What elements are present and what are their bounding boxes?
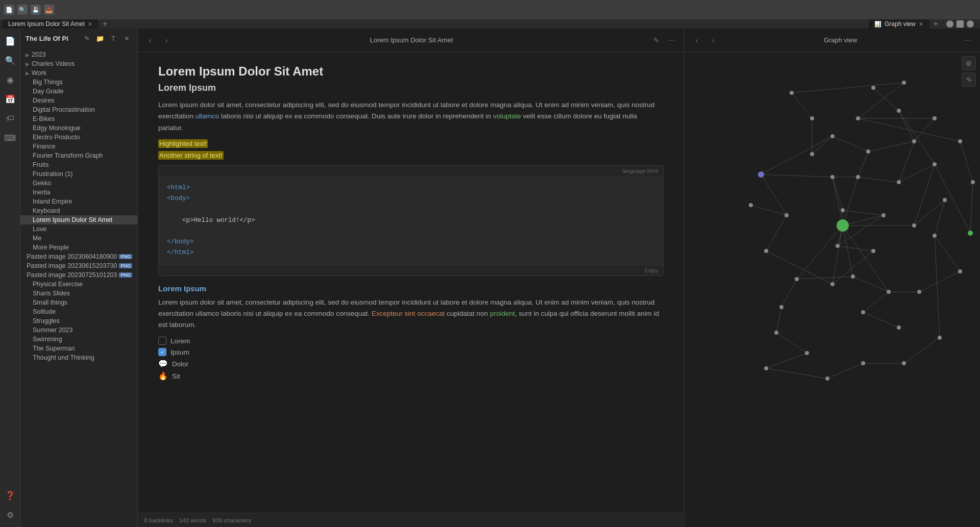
graph-edit-button[interactable]: ✎ (962, 72, 976, 87)
tree-item-label: Keyboard (33, 207, 60, 214)
tree-item-label: Pasted image 20230604180900 (27, 253, 117, 260)
note-footer: 0 backlinks 142 words 939 characters (138, 513, 684, 527)
tree-item-label: Big Things (33, 79, 63, 86)
note-more-button[interactable]: ⋯ (666, 34, 678, 46)
svg-line-1 (868, 141, 914, 152)
tree-item-frustration-(1)[interactable]: Frustration (1) (20, 169, 137, 179)
tree-item-label: Fourier Transform Graph (33, 152, 103, 159)
icon-sidebar-bottom: ❓ ⚙ (2, 487, 18, 523)
code-copy-button[interactable]: Copy (159, 265, 663, 275)
tab-graph-close[interactable]: ✕ (919, 21, 923, 28)
tab-add-right[interactable]: + (929, 19, 942, 29)
note-back-button[interactable]: ‹ (144, 34, 156, 46)
tree-item-pasted-image-2023061[interactable]: Pasted image 20230615203730PNG (20, 261, 137, 270)
new-note-button[interactable]: ✎ (81, 33, 92, 44)
badge-png: PNG (119, 254, 132, 259)
tab-add-left[interactable]: + (99, 19, 111, 29)
graph-settings-button[interactable]: ⚙ (962, 56, 976, 70)
link-proident[interactable]: proident (490, 310, 515, 317)
checklist-item: ✓Ipsum (158, 348, 664, 356)
tree-item-small-things[interactable]: Small things (20, 298, 137, 307)
note-forward-button[interactable]: › (160, 34, 173, 46)
tree-item-charles-videos[interactable]: ▶Charles Videos (20, 59, 137, 68)
sidebar-calendar-icon[interactable]: 📅 (2, 91, 18, 107)
file-sidebar: The Life Of Pi ✎ 📁 T ✕ ▶2023▶Charles Vid… (20, 29, 138, 527)
sidebar-terminal-icon[interactable]: ⌨ (2, 130, 18, 146)
tree-item-keyboard[interactable]: Keyboard (20, 206, 137, 215)
tree-item-big-things[interactable]: Big Things (20, 78, 137, 87)
win-restore[interactable] (946, 20, 953, 28)
sidebar-settings-icon[interactable]: ⚙ (2, 507, 18, 523)
close-sidebar-button[interactable]: ✕ (121, 33, 132, 44)
tree-item-fourier-transform-gr[interactable]: Fourier Transform Graph (20, 151, 137, 160)
tree-item-lorem-ipsum-dolor-si[interactable]: Lorem Ipsum Dolor Sit Amet (20, 215, 137, 224)
graph-content[interactable]: ⚙ ✎ (684, 52, 980, 527)
sidebar-search-icon[interactable]: 🔍 (2, 52, 18, 68)
sidebar-actions: ✎ 📁 T ✕ (81, 33, 132, 44)
link-voluptate[interactable]: voluptate (493, 112, 521, 120)
save-icon[interactable]: 💾 (31, 5, 41, 15)
tree-item-the-superman[interactable]: The Superman (20, 344, 137, 353)
tree-item-digital-procrastinat[interactable]: Digital Procrastination (20, 105, 137, 114)
template-button[interactable]: T (108, 33, 119, 44)
tree-item-summer-2023[interactable]: Summer 2023 (20, 325, 137, 335)
note-edit-button[interactable]: ✎ (650, 34, 663, 46)
graph-back-button[interactable]: ‹ (691, 34, 703, 46)
svg-point-99 (958, 139, 962, 143)
win-maximize[interactable] (957, 20, 964, 28)
win-close[interactable] (967, 20, 974, 28)
char-count: 939 characters (212, 517, 251, 523)
note-paragraph-1: Lorem ipsum dolor sit amet, consectetur … (158, 99, 664, 134)
link-excepteur[interactable]: Excepteur sint occaecat (372, 310, 445, 317)
tree-item-label: Inland Empire (33, 198, 72, 205)
svg-line-5 (899, 141, 914, 182)
tree-item-day-grade[interactable]: Day Grade (20, 87, 137, 96)
sidebar-files-icon[interactable]: 📄 (2, 33, 18, 49)
note-content[interactable]: Lorem Ipsum Dolor Sit Amet Lorem Ipsum L… (138, 52, 684, 513)
files-icon[interactable]: 📄 (4, 5, 14, 15)
export-icon[interactable]: 📤 (44, 5, 54, 15)
link-ullamco[interactable]: ullamco (195, 112, 219, 120)
tree-item-finance[interactable]: Finance (20, 142, 137, 151)
checkbox-unchecked[interactable] (158, 337, 166, 345)
tree-item-struggles[interactable]: Struggles (20, 316, 137, 325)
tab-close[interactable]: ✕ (88, 21, 92, 28)
tree-item-inland-empire[interactable]: Inland Empire (20, 197, 137, 206)
search-icon[interactable]: 🔍 (17, 5, 28, 15)
tree-item-sharis-slides[interactable]: Sharis Slides (20, 289, 137, 298)
graph-more-button[interactable]: ⋯ (962, 34, 974, 46)
tree-item-electro-producto[interactable]: Electro Producto (20, 133, 137, 142)
sidebar-tags-icon[interactable]: 🏷 (2, 110, 18, 127)
tree-item-2023[interactable]: ▶2023 (20, 50, 137, 59)
tree-item-physical-exercise[interactable]: Physical Exercise (20, 280, 137, 289)
tree-item-inertia[interactable]: Inertia (20, 188, 137, 197)
tree-item-label: Love (33, 225, 46, 233)
svg-line-30 (832, 225, 843, 284)
svg-point-94 (902, 361, 906, 365)
checkbox-checked[interactable]: ✓ (158, 348, 166, 356)
new-folder-button[interactable]: 📁 (94, 33, 106, 44)
tree-item-e-bikes[interactable]: E-Bikes (20, 114, 137, 123)
tree-item-swimming[interactable]: Swimming (20, 335, 137, 344)
tree-item-solitude[interactable]: Solitude (20, 307, 137, 316)
tree-item-more-people[interactable]: More People (20, 243, 137, 252)
checkbox-label: Lorem (170, 337, 190, 345)
highlight-2: Another string of text! (158, 151, 224, 160)
tree-item-edgy-monologue[interactable]: Edgy Monologue (20, 123, 137, 133)
note-h3: Lorem Ipsum (158, 284, 664, 293)
tab-lorem-ipsum[interactable]: Lorem Ipsum Dolor Sit Amet ✕ (2, 19, 99, 29)
tree-item-me[interactable]: Me (20, 234, 137, 243)
tree-item-label: Solitude (33, 308, 56, 315)
tree-item-fruits[interactable]: Fruits (20, 160, 137, 169)
sidebar-help-icon[interactable]: ❓ (2, 487, 18, 504)
tree-item-love[interactable]: Love (20, 224, 137, 234)
sidebar-graph-icon[interactable]: ◉ (2, 71, 18, 88)
tree-item-desires[interactable]: Desires (20, 96, 137, 105)
tree-item-thought-und-thinking[interactable]: Thought und Thinking (20, 353, 137, 362)
tab-graph-view[interactable]: 📊 Graph view ✕ (868, 19, 929, 29)
tree-item-pasted-image-2023072[interactable]: Pasted image 20230725101203PNG (20, 270, 137, 280)
tree-item-pasted-image-2023060[interactable]: Pasted image 20230604180900PNG (20, 252, 137, 261)
graph-forward-button[interactable]: › (707, 34, 719, 46)
tree-item-work[interactable]: ▶Work (20, 68, 137, 78)
tree-item-gekko[interactable]: Gekko (20, 179, 137, 188)
